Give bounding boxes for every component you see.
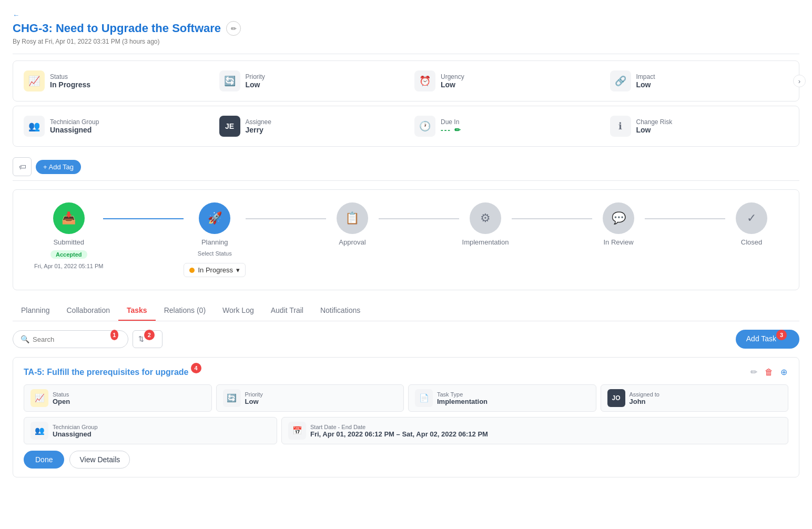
urgency-icon: ⏰: [414, 70, 435, 91]
task-type-card: 📄 Task Type Implementation: [408, 384, 596, 412]
workflow: 📥 Submitted Accepted Fri, Apr 01, 2022 0…: [13, 189, 799, 290]
task-date-label: Start Date - End Date: [310, 424, 488, 430]
title-text: CHG-3: Need to Upgrade the Software: [13, 22, 221, 35]
assigned-to-avatar: JO: [607, 389, 625, 407]
tech-group-label: Technician Group: [50, 118, 99, 126]
status-icon: 📈: [24, 70, 45, 91]
due-in-label: Due In: [441, 118, 462, 126]
assigned-to-label: Assigned to: [630, 391, 659, 398]
connector-3: [379, 218, 459, 219]
clock-icon: 🕐: [414, 116, 435, 137]
impact-label: Impact: [636, 73, 655, 80]
tag-icon-button[interactable]: 🏷: [13, 157, 32, 176]
task-type-label: Task Type: [437, 391, 488, 398]
change-risk-label: Change Risk: [636, 118, 673, 126]
planning-status-select[interactable]: In Progress ▾: [184, 263, 245, 277]
implementation-label: Implementation: [462, 238, 509, 246]
scroll-right-button[interactable]: ›: [793, 75, 806, 87]
task-status-icon: 📈: [31, 389, 48, 407]
task-card-actions: ✏ 🗑 ⊕: [749, 366, 788, 378]
tab-audit-trail[interactable]: Audit Trail: [262, 301, 312, 321]
task-status-card: 📈 Status Open: [24, 384, 212, 412]
assignee-label: Assignee: [246, 118, 271, 126]
workflow-step-planning: 🚀 Planning Select Status In Progress ▾: [184, 202, 245, 277]
implementation-icon: ⚙: [480, 211, 491, 225]
status-card[interactable]: 📈 Status In Progress: [17, 65, 209, 97]
inreview-icon: 💬: [612, 211, 626, 225]
tech-group-icon: 👥: [24, 116, 45, 137]
task-status-label: Status: [53, 391, 70, 398]
tasks-toolbar: 🔍 1 ⇅ 2 Add Task 3: [13, 330, 799, 349]
assignee-value: Jerry: [246, 126, 271, 134]
task-type-value: Implementation: [437, 398, 488, 405]
priority-label: Priority: [246, 73, 265, 80]
task-done-button[interactable]: Done: [24, 451, 64, 469]
urgency-label: Urgency: [441, 73, 464, 80]
assignee-card[interactable]: JE Assignee Jerry: [213, 110, 404, 142]
approval-label: Approval: [339, 238, 366, 246]
submitted-badge: Accepted: [50, 250, 87, 259]
main-page: ← CHG-3: Need to Upgrade the Software ✏ …: [0, 0, 812, 529]
tag-icon: 🏷: [19, 163, 26, 171]
workflow-step-closed: ✓ Closed: [725, 202, 778, 246]
connector-1: [103, 218, 184, 219]
search-input[interactable]: [33, 335, 109, 343]
planning-label: Planning: [201, 238, 228, 246]
assignee-avatar: JE: [219, 116, 240, 137]
badge-3: 3: [776, 330, 787, 340]
task-info-grid: 📈 Status Open 🔄 Priority Low 📄 Task Type: [24, 384, 788, 412]
tab-work-log[interactable]: Work Log: [214, 301, 262, 321]
status-dot-yellow: [189, 268, 195, 273]
filter-icon: ⇅: [138, 335, 144, 343]
submitted-icon: 📥: [62, 211, 76, 225]
closed-icon: ✓: [747, 211, 756, 225]
info-row1: 📈 Status In Progress 🔄 Priority Low ⏰ Ur…: [13, 60, 799, 101]
badge-1: 1: [110, 330, 118, 340]
change-risk-value: Low: [636, 126, 673, 134]
tags-area: 🏷 + Add Tag: [13, 153, 799, 181]
impact-value: Low: [636, 80, 655, 89]
task-delete-button[interactable]: 🗑: [764, 367, 774, 378]
due-in-value: --- ✏: [441, 126, 462, 134]
tech-group-value: Unassigned: [50, 126, 99, 134]
tab-relations[interactable]: Relations (0): [156, 301, 214, 321]
task-priority-label: Priority: [245, 391, 263, 398]
tab-planning[interactable]: Planning: [13, 301, 58, 321]
task-date-value: Fri, Apr 01, 2022 06:12 PM – Sat, Apr 02…: [310, 430, 488, 438]
task-type-icon: 📄: [415, 389, 433, 407]
task-card: TA-5: Fulfill the prerequisites for upgr…: [13, 357, 799, 477]
filter-button[interactable]: ⇅ 2: [133, 330, 163, 348]
closed-circle: ✓: [736, 202, 767, 234]
task-tech-group-card: 👥 Technician Group Unassigned: [24, 417, 277, 444]
assigned-to-card: JO Assigned to John: [601, 384, 789, 412]
connector-4: [512, 218, 592, 219]
back-arrow-icon: ←: [13, 11, 19, 19]
task-view-details-button[interactable]: View Details: [69, 451, 130, 469]
tab-tasks[interactable]: Tasks: [118, 301, 156, 321]
add-task-label: Add Task: [746, 334, 776, 343]
due-in-card[interactable]: 🕐 Due In --- ✏: [408, 110, 600, 142]
impact-card[interactable]: 🔗 Impact Low: [604, 65, 795, 97]
change-risk-card[interactable]: ℹ Change Risk Low: [604, 110, 795, 142]
status-label: Status: [50, 73, 90, 80]
add-task-button[interactable]: Add Task 3: [736, 330, 799, 349]
task-priority-value: Low: [245, 398, 263, 405]
badge-4: 4: [191, 363, 201, 373]
task-tech-group-value: Unassigned: [53, 430, 98, 438]
task-action-button[interactable]: ⊕: [779, 366, 788, 378]
add-tag-button[interactable]: + Add Tag: [36, 160, 81, 174]
priority-card[interactable]: 🔄 Priority Low: [213, 65, 404, 97]
submitted-date: Fri, Apr 01, 2022 05:11 PM: [34, 263, 103, 269]
urgency-card[interactable]: ⏰ Urgency Low: [408, 65, 600, 97]
tech-group-card[interactable]: 👥 Technician Group Unassigned: [17, 110, 209, 142]
priority-icon: 🔄: [219, 70, 240, 91]
back-button[interactable]: ←: [13, 11, 19, 19]
tab-collaboration[interactable]: Collaboration: [58, 301, 119, 321]
approval-circle: 📋: [337, 202, 368, 234]
inreview-label: In Review: [603, 238, 633, 246]
pencil-icon: ✏: [231, 25, 237, 33]
tab-notifications[interactable]: Notifications: [312, 301, 369, 321]
edit-title-button[interactable]: ✏: [226, 21, 241, 36]
task-edit-button[interactable]: ✏: [749, 366, 758, 378]
info-row1-wrapper: 📈 Status In Progress 🔄 Priority Low ⏰ Ur…: [13, 60, 799, 101]
